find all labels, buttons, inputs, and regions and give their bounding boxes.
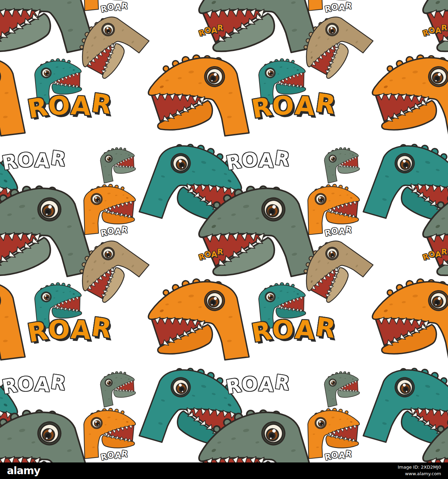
- roar-letter: R: [121, 225, 129, 234]
- dinosaur-head-icon: [94, 367, 140, 408]
- roar-letter: R: [217, 248, 224, 256]
- roar-letter: A: [70, 316, 92, 343]
- image-id-value: 2XD2MJ0: [421, 465, 441, 470]
- roar-letter: O: [271, 92, 296, 119]
- roar-letter: A: [34, 151, 51, 171]
- dino-head-green-small: [318, 367, 364, 408]
- roar-letter: R: [441, 24, 448, 32]
- image-id-line: Image ID: 2XD2MJ0: [398, 464, 441, 471]
- roar-text-orange-large: ROAR: [251, 92, 339, 120]
- dino-head-green-small: [94, 143, 140, 184]
- roar-letter: R: [90, 314, 114, 342]
- roar-text-white-large: ROAR: [2, 150, 68, 172]
- roar-text-orange-large: ROAR: [27, 316, 115, 344]
- roar-letter: O: [241, 150, 259, 170]
- roar-letter: O: [271, 316, 296, 343]
- roar-letter: A: [258, 375, 275, 395]
- alamy-url: www.alamy.com: [398, 471, 441, 477]
- dinosaur-head-icon: [367, 49, 448, 145]
- image-id-label: Image ID:: [398, 465, 419, 470]
- roar-letter: R: [441, 248, 448, 256]
- roar-letter: A: [294, 316, 316, 343]
- roar-letter: R: [1, 375, 19, 397]
- roar-letter: R: [217, 24, 224, 32]
- roar-letter: R: [274, 148, 292, 170]
- roar-letter: A: [294, 92, 316, 119]
- roar-letter: O: [17, 150, 35, 170]
- roar-letter: A: [211, 251, 218, 258]
- roar-letter: R: [50, 148, 68, 170]
- roar-letter: A: [435, 251, 442, 258]
- roar-letter: O: [47, 92, 72, 119]
- dino-head-orange-large: [143, 273, 254, 369]
- roar-letter: A: [435, 27, 442, 34]
- roar-letter: R: [50, 372, 68, 394]
- roar-letter: R: [314, 90, 338, 118]
- alamy-logo: alamy: [7, 466, 40, 476]
- roar-text-white-large: ROAR: [2, 374, 68, 396]
- dino-pattern-layer: ROARROARROARROARROARROARROARROARROARROAR…: [0, 0, 448, 462]
- roar-letter: R: [26, 317, 50, 346]
- roar-letter: R: [225, 151, 243, 173]
- roar-text-orange-large: ROAR: [251, 316, 339, 344]
- roar-letter: R: [274, 372, 292, 394]
- roar-letter: R: [121, 1, 129, 10]
- roar-letter: R: [345, 225, 353, 234]
- dinosaur-head-icon: [143, 49, 254, 145]
- roar-letter: O: [241, 374, 259, 394]
- roar-letter: A: [211, 27, 218, 34]
- dinosaur-head-icon: [318, 367, 364, 408]
- roar-letter: R: [26, 93, 50, 122]
- image-meta: Image ID: 2XD2MJ0 www.alamy.com: [398, 464, 441, 477]
- watermark-bar: alamy Image ID: 2XD2MJ0 www.alamy.com: [0, 462, 448, 479]
- roar-letter: R: [121, 449, 129, 458]
- dino-head-green-small: [94, 367, 140, 408]
- dinosaur-head-icon: [318, 143, 364, 184]
- stock-image-canvas: ROARROARROARROARROARROARROARROARROARROAR…: [0, 0, 448, 479]
- roar-letter: A: [70, 92, 92, 119]
- roar-letter: R: [225, 375, 243, 397]
- roar-letter: R: [250, 317, 274, 346]
- roar-letter: O: [17, 374, 35, 394]
- roar-letter: A: [258, 151, 275, 171]
- dino-head-orange-large: [143, 49, 254, 145]
- dinosaur-head-icon: [94, 143, 140, 184]
- dinosaur-head-icon: [143, 273, 254, 369]
- roar-letter: R: [345, 1, 353, 10]
- roar-text-orange-large: ROAR: [27, 92, 115, 120]
- dino-head-green-small: [318, 143, 364, 184]
- roar-letter: R: [1, 151, 19, 173]
- roar-letter: O: [47, 316, 72, 343]
- roar-letter: R: [90, 90, 114, 118]
- dino-head-orange-large: [367, 49, 448, 145]
- roar-text-white-large: ROAR: [226, 150, 292, 172]
- dino-head-orange-large: [367, 273, 448, 369]
- roar-letter: A: [34, 375, 51, 395]
- dinosaur-head-icon: [367, 273, 448, 369]
- roar-letter: R: [345, 449, 353, 458]
- roar-letter: R: [314, 314, 338, 342]
- roar-text-white-large: ROAR: [226, 374, 292, 396]
- roar-letter: R: [250, 93, 274, 122]
